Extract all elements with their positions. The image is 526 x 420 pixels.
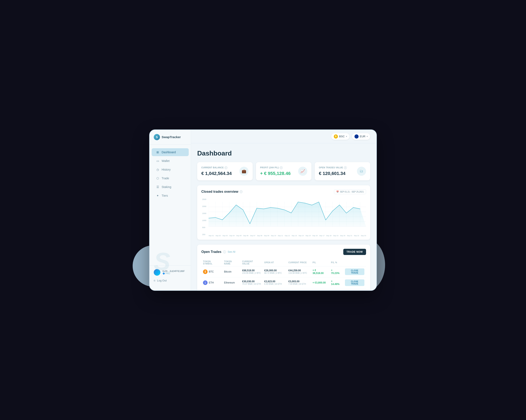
cell-action-0: CLOSE TRADE (343, 266, 366, 277)
cell-current-price-0: €44,259.00 116.98 BNB | 2 BTC (287, 266, 311, 277)
tiers-icon: ✦ (156, 194, 160, 197)
cell-pl-1: + €3,800.00 (311, 277, 329, 288)
info-icon-trades[interactable]: i (223, 250, 226, 253)
cell-current-value-1: €30,030.00 79.37 BNB | 10 ETH (241, 277, 263, 288)
stats-grid: CURRENT BALANCE i € 1,042,564.34 💼 PROFI… (197, 162, 370, 180)
chart-x-labels: Sep 01Sep 02Sep 03Sep 04Sep 05 Sep 06Sep… (209, 235, 366, 237)
sidebar-item-trade[interactable]: ⬡ Trade (152, 174, 189, 182)
tier-icon: 🔷 (162, 272, 165, 275)
chart-svg-wrap (209, 198, 366, 234)
sidebar-item-label-tiers: Tiers (162, 194, 168, 197)
user-details: 0x39....Ed24FFE186F 🔷 PRO (162, 270, 187, 275)
chart-y-labels: 2500 2000 1500 1000 500 250 (201, 198, 209, 235)
content: Dashboard CURRENT BALANCE i € 1,042,564.… (191, 143, 376, 290)
cell-symbol-2: ₳ ADA (201, 288, 223, 290)
close-trade-button-1[interactable]: CLOSE TRADE (345, 279, 364, 286)
stat-card-balance: CURRENT BALANCE i € 1,042,564.34 💼 (197, 162, 253, 180)
chart-section: Closed trades overview i 📅 SEP 01.21 - S… (197, 185, 370, 240)
sidebar-item-label-wallet: Wallet (162, 159, 170, 163)
sidebar-item-tiers[interactable]: ✦ Tiers (152, 192, 189, 200)
network-selector[interactable]: B BSC ▾ (331, 133, 350, 140)
cell-name-0: Bitcoin (223, 266, 241, 277)
token-symbol-text-0: BTC (209, 270, 214, 273)
sidebar-item-dashboard[interactable]: ⊞ Dashboard (152, 148, 189, 156)
sidebar-item-label-dashboard: Dashboard (162, 151, 176, 154)
see-all-link[interactable]: See All (228, 250, 235, 253)
cell-open-at-1: €2,623.00 6.93 BNB | 10 ETH (263, 277, 287, 288)
table-header-row: TOKEN SYMBOL TOKEN NAME CURRENT VALUE OP… (201, 259, 366, 266)
history-icon: ◷ (156, 168, 160, 171)
col-pl-pct: P/L % (329, 259, 343, 266)
col-current-value: CURRENT VALUE (241, 259, 263, 266)
network-chevron: ▾ (346, 135, 347, 137)
cell-current-price-1: €3,003.00 7.94 BNB | 10 ETH (287, 277, 311, 288)
col-pl: P/L (311, 259, 329, 266)
trade-icon: ⬡ (156, 176, 160, 180)
sidebar-item-history[interactable]: ◷ History (152, 166, 189, 174)
cell-symbol-1: Ξ ETH (201, 277, 223, 288)
chart-section-header: Closed trades overview i 📅 SEP 01.21 - S… (201, 189, 366, 194)
currency-selector[interactable]: 🇪🇺 EUR ▾ (352, 133, 370, 140)
logout-icon: ⎋ (154, 279, 155, 282)
sidebar-item-wallet[interactable]: ▭ Wallet (152, 157, 189, 165)
sidebar-item-label-history: History (162, 168, 171, 171)
cell-pl-2: + € 165.00 (311, 288, 329, 290)
col-token-symbol: TOKEN SYMBOL (201, 259, 223, 266)
table-row: Ξ ETH Ethereum €30,030.00 79.37 BNB | 10… (201, 277, 366, 288)
logo-text: SwapTracker (162, 135, 181, 139)
info-icon-balance[interactable]: i (224, 166, 227, 169)
col-open-at: OPEN AT (263, 259, 287, 266)
cell-current-value-2: €193.00 0.51 BNB | 100 ADA (241, 288, 263, 290)
cell-open-at-2: €0.28 0.0007 BNB | 100 ADA (263, 288, 287, 290)
stat-label-balance: CURRENT BALANCE i (201, 166, 232, 169)
stat-label-profit: PROFIT (24H P/L) i (260, 166, 291, 169)
cell-action-2: CLOSE TRADE (343, 288, 366, 290)
date-range-selector[interactable]: 📅 SEP 01.21 - SEP 25,2021 (334, 189, 366, 194)
info-icon-chart[interactable]: i (240, 190, 243, 193)
trades-section-header: Open Trades i See All TRADE NOW (201, 249, 366, 255)
stat-value-open-trades: € 120,601.34 (319, 171, 347, 176)
token-symbol-text-1: ETH (209, 281, 214, 284)
info-icon-open-trades[interactable]: i (344, 166, 347, 169)
info-icon-profit[interactable]: i (280, 166, 283, 169)
cell-name-1: Ethereum (223, 277, 241, 288)
trade-now-button[interactable]: TRADE NOW (343, 249, 366, 255)
cell-action-1: CLOSE TRADE (343, 277, 366, 288)
bsc-icon: B (334, 134, 338, 138)
stat-card-open-trades: OPEN TRADES VALUE i € 120,601.34 🗂 (315, 162, 370, 180)
stat-label-open-trades: OPEN TRADES VALUE i (319, 166, 347, 169)
chart-title: Closed trades overview i (201, 190, 243, 194)
sidebar-bottom: 🌐 0x39....Ed24FFE186F 🔷 PRO ⎋ Log Out (150, 265, 191, 286)
sidebar-item-label-trade: Trade (162, 176, 169, 180)
currency-label: EUR (360, 135, 365, 138)
col-current-price: CURRENT PRICE (287, 259, 311, 266)
close-trade-button-0[interactable]: CLOSE TRADE (345, 268, 364, 275)
network-label: BSC (339, 135, 345, 138)
logout-button[interactable]: ⎋ Log Out (154, 278, 187, 283)
cell-open-at-0: €26,000.00 68.72 BNB | 2 BTC (263, 266, 287, 277)
trades-title: Open Trades (201, 250, 222, 254)
stat-card-profit: PROFIT (24H P/L) i + € 955,128.46 📈 (256, 162, 311, 180)
sidebar-item-label-staking: Staking (162, 185, 171, 189)
cell-symbol-0: ₿ BTC (201, 266, 223, 277)
cell-pl-pct-1: + 14.49% (329, 277, 343, 288)
col-token-name: TOKEN NAME (223, 259, 241, 266)
header: B BSC ▾ 🇪🇺 EUR ▾ (191, 130, 376, 143)
stat-icon-balance: 💼 (239, 167, 249, 176)
date-range-label: SEP 01.21 - SEP 25,2021 (340, 191, 364, 193)
stat-icon-open-trades: 🗂 (357, 167, 366, 176)
stat-value-profit: + € 955,128.46 (260, 171, 291, 176)
trades-table: TOKEN SYMBOL TOKEN NAME CURRENT VALUE OP… (201, 259, 366, 290)
chart-svg (209, 198, 366, 234)
sidebar: S SwapTracker ⊞ Dashboard ▭ Wallet ◷ His… (150, 130, 191, 290)
user-address: 0x39....Ed24FFE186F (162, 270, 187, 272)
eth-token-icon: Ξ (203, 280, 208, 285)
cell-current-value-0: €88,518.00 233.96 BNB | 2 BTC (241, 266, 263, 277)
cell-pl-0: + € 36,518.00 (311, 266, 329, 277)
wallet-icon: ▭ (156, 159, 160, 163)
cell-pl-pct-0: + 70.23% (329, 266, 343, 277)
chart-area (209, 202, 366, 226)
sidebar-item-staking[interactable]: ☰ Staking (152, 183, 189, 191)
btc-token-icon: ₿ (203, 269, 208, 274)
logo-icon: S (154, 134, 160, 140)
